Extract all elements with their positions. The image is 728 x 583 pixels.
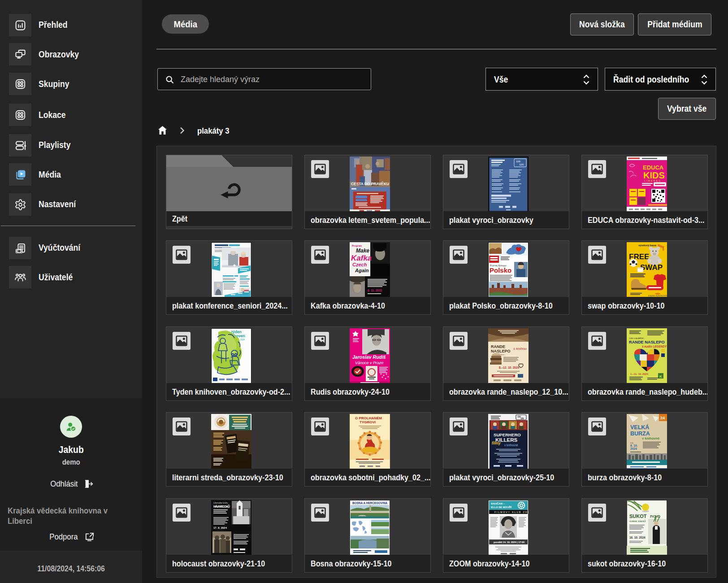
svg-text:Lze s audebni...: Lze s audebni... <box>629 337 645 339</box>
svg-text:17. 9. 2024: 17. 9. 2024 <box>213 526 227 529</box>
svg-text:BURZA: BURZA <box>630 431 650 437</box>
svg-text:Vánoce v Praze: Vánoce v Praze <box>355 361 384 365</box>
svg-text:K: K <box>659 374 662 379</box>
svg-text:EDUCA: EDUCA <box>643 164 664 171</box>
svg-text:v knihovně: v knihovně <box>504 444 518 447</box>
svg-text:NASLEPO: NASLEPO <box>491 349 511 353</box>
svg-text:VELKÁ: VELKÁ <box>630 424 649 431</box>
svg-text:Program: Program <box>352 244 362 247</box>
svg-text:Kafka: Kafka <box>351 254 372 262</box>
svg-text:100: 100 <box>516 160 521 163</box>
svg-text:CESTA DO PRAVĚKU: CESTA DO PRAVĚKU <box>351 181 389 186</box>
svg-text:8.–12. 10. 2024: 8.–12. 10. 2024 <box>499 366 520 369</box>
svg-text:NÁVRAT DOMŮ: NÁVRAT DOMŮ <box>213 504 230 509</box>
svg-text:SWAP: SWAP <box>640 263 663 272</box>
svg-text:s audio LEGENDY: s audio LEGENDY <box>642 345 667 348</box>
svg-text:SUPERHERO: SUPERHERO <box>494 432 521 437</box>
svg-text:8. 10.: 8. 10. <box>630 444 638 447</box>
svg-text:6. 11. 2023: 6. 11. 2023 <box>368 289 382 292</box>
svg-text:svátek stánků: svátek stánků <box>629 520 646 522</box>
svg-text:Make: Make <box>356 248 369 254</box>
svg-text:KIDS: KIDS <box>643 170 665 180</box>
svg-text:výměnný bazar: výměnný bazar <box>638 244 657 247</box>
svg-text:FILMOVY KLUB ZOOM: FILMOVY KLUB ZOOM <box>494 511 529 513</box>
svg-text:Liberecké kruhy: Liberecké kruhy <box>213 502 228 504</box>
svg-text:Czech: Czech <box>352 262 367 267</box>
svg-text:v knihovně: v knihovně <box>642 436 659 440</box>
svg-text:1.–11. 10. 2024: 1.–11. 10. 2024 <box>630 373 649 375</box>
svg-text:s knihou: s knihou <box>513 347 527 351</box>
svg-text:BOSNA A HERCEGOVINA: BOSNA A HERCEGOVINA <box>352 501 387 505</box>
svg-text:Polsko: Polsko <box>490 266 511 274</box>
svg-text:120: 120 <box>519 163 524 166</box>
svg-text:120: 120 <box>520 418 524 420</box>
svg-text:Again: Again <box>355 268 369 273</box>
svg-text:ELLA SE BOUŘÍ: ELLA SE BOUŘÍ <box>491 505 511 509</box>
svg-text:Jaroslav Rudiš: Jaroslav Rudiš <box>352 354 386 360</box>
svg-text:RAHČAN –: RAHČAN – <box>491 502 505 505</box>
svg-text:RANDE NASLEPO: RANDE NASLEPO <box>629 340 665 344</box>
svg-text:pondělí 14. 10. 2024 | 17:00: pondělí 14. 10. 2024 | 17:00 <box>494 541 524 544</box>
svg-text:24: 24 <box>660 416 665 420</box>
svg-text:SUKOT: SUKOT <box>629 513 647 519</box>
svg-text:O PROLHANÉM: O PROLHANÉM <box>355 416 382 420</box>
svg-text:LIBEREC: LIBEREC <box>644 179 661 182</box>
svg-text:16. 10. 2024: 16. 10. 2024 <box>629 536 646 539</box>
svg-text:filmy: filmy <box>492 441 501 445</box>
svg-text:RANDE: RANDE <box>491 344 505 349</box>
svg-text:2024: 2024 <box>630 447 637 450</box>
svg-text:TYGROVI: TYGROVI <box>360 420 376 424</box>
